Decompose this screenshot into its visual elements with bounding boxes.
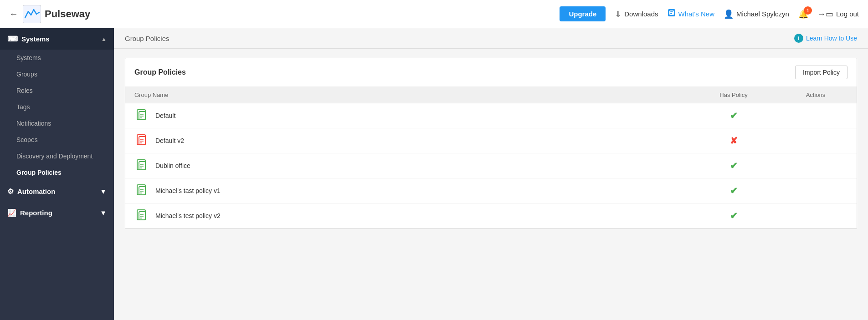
whats-new-link[interactable]: What's New — [668, 9, 715, 19]
notification-wrapper[interactable]: 🔔 1 — [798, 9, 808, 19]
monitor-icon: ⌨ — [7, 35, 18, 43]
check-icon: ✔ — [730, 161, 738, 171]
reporting-chevron: ▼ — [100, 209, 107, 217]
systems-section-header[interactable]: ⌨ Systems ▲ — [0, 28, 114, 50]
svg-rect-3 — [670, 11, 673, 12]
download-icon: ⇓ — [615, 9, 621, 19]
actions-header: Actions — [775, 87, 857, 103]
back-icon: ← — [9, 9, 18, 19]
policy-tbody: Default ✔ Default v2 ✘ — [125, 103, 857, 229]
policy-table: Group Name Has Policy Actions — [125, 87, 857, 229]
logout-icon: →▭ — [817, 9, 833, 19]
learn-label: Learn How to Use — [806, 35, 857, 42]
check-icon: ✔ — [730, 186, 738, 196]
downloads-link[interactable]: ⇓ Downloads — [615, 9, 658, 19]
upgrade-button[interactable]: Upgrade — [560, 6, 606, 21]
systems-chevron: ▲ — [101, 36, 107, 42]
group-icon — [134, 183, 150, 198]
table-wrapper: Group Name Has Policy Actions — [125, 87, 857, 229]
has-policy-cell-3: ✔ — [693, 178, 775, 203]
svg-rect-6 — [139, 112, 145, 120]
sidebar-item-notifications[interactable]: Notifications — [0, 115, 114, 132]
table-head: Group Name Has Policy Actions — [125, 87, 857, 103]
group-name-text: Michael's tast policy v1 — [155, 187, 221, 194]
import-policy-button[interactable]: Import Policy — [795, 66, 847, 79]
table-row[interactable]: Default ✔ — [125, 103, 857, 128]
back-button[interactable]: ← — [9, 9, 18, 19]
actions-cell-3 — [775, 178, 857, 203]
group-icon — [134, 133, 150, 148]
downloads-label: Downloads — [624, 10, 658, 18]
automation-section-header[interactable]: ⚙ Automation ▼ — [0, 181, 114, 202]
actions-cell-4 — [775, 203, 857, 229]
whats-new-label: What's New — [678, 10, 715, 18]
logo: Pulseway — [23, 5, 90, 23]
group-name-text: Michael's test policy v2 — [155, 212, 221, 219]
reporting-icon: 📈 — [7, 208, 16, 217]
learn-how-link[interactable]: i Learn How to Use — [794, 34, 857, 43]
group-name-cell-4: Michael's test policy v2 — [125, 203, 693, 229]
group-icon — [134, 158, 150, 173]
sidebar-item-groups[interactable]: Groups — [0, 66, 114, 82]
logout-label: Log out — [836, 10, 859, 18]
automation-section: ⚙ Automation ▼ — [0, 181, 114, 202]
group-policies-card: Group Policies Import Policy Group Name … — [125, 58, 857, 229]
sidebar: ⌨ Systems ▲ Systems Groups Roles Tags — [0, 28, 114, 320]
actions-cell-2 — [775, 153, 857, 178]
reporting-section: 📈 Reporting ▼ — [0, 202, 114, 223]
top-nav-left: ← Pulseway — [9, 5, 552, 23]
systems-nav-items: Systems Groups Roles Tags Notifications … — [0, 50, 114, 181]
has-policy-cell-1: ✘ — [693, 128, 775, 153]
table-row[interactable]: Michael's tast policy v1 ✔ — [125, 178, 857, 203]
svg-rect-16 — [139, 162, 145, 170]
reporting-label: Reporting — [20, 209, 52, 217]
logout-link[interactable]: →▭ Log out — [817, 9, 859, 19]
group-icon — [134, 108, 150, 123]
check-icon: ✔ — [730, 111, 738, 121]
svg-rect-26 — [139, 212, 145, 220]
sidebar-item-group-policies[interactable]: Group Policies — [0, 164, 114, 181]
svg-rect-21 — [139, 187, 145, 195]
sidebar-item-discovery[interactable]: Discovery and Deployment — [0, 148, 114, 164]
breadcrumb: Group Policies — [125, 35, 169, 42]
notification-badge: 1 — [804, 6, 812, 15]
logo-icon — [23, 5, 41, 23]
table-row[interactable]: Michael's test policy v2 ✔ — [125, 203, 857, 229]
group-name-header: Group Name — [125, 87, 693, 103]
logo-text: Pulseway — [45, 8, 90, 20]
group-name-text: Default — [155, 112, 175, 119]
sidebar-item-scopes[interactable]: Scopes — [0, 132, 114, 148]
table-row[interactable]: Default v2 ✘ — [125, 128, 857, 153]
table-row[interactable]: Dublin office ✔ — [125, 153, 857, 178]
content-header: Group Policies i Learn How to Use — [114, 28, 868, 49]
cross-icon: ✘ — [730, 136, 738, 146]
group-name-text: Dublin office — [155, 162, 190, 169]
automation-label: Automation — [17, 188, 55, 195]
group-name-text: Default v2 — [155, 137, 184, 144]
main-layout: ⌨ Systems ▲ Systems Groups Roles Tags — [0, 28, 868, 320]
card-header: Group Policies Import Policy — [125, 58, 857, 87]
actions-cell-1 — [775, 128, 857, 153]
sidebar-item-systems[interactable]: Systems — [0, 50, 114, 66]
card-title: Group Policies — [134, 68, 186, 76]
user-name-label: Michael Spylczyn — [736, 10, 789, 18]
check-icon: ✔ — [730, 211, 738, 221]
has-policy-header: Has Policy — [693, 87, 775, 103]
has-policy-cell-4: ✔ — [693, 203, 775, 229]
reporting-section-header[interactable]: 📈 Reporting ▼ — [0, 202, 114, 223]
sidebar-item-tags[interactable]: Tags — [0, 99, 114, 115]
group-icon — [134, 208, 150, 223]
content-body: Group Policies Import Policy Group Name … — [114, 49, 868, 320]
whats-new-icon — [668, 9, 676, 19]
has-policy-cell-0: ✔ — [693, 103, 775, 128]
sidebar-item-roles[interactable]: Roles — [0, 82, 114, 99]
svg-rect-2 — [669, 10, 674, 15]
top-nav: ← Pulseway Upgrade ⇓ Downloads What's Ne… — [0, 0, 868, 28]
user-profile-link[interactable]: 👤 Michael Spylczyn — [724, 9, 789, 19]
main-content: Group Policies i Learn How to Use Group … — [114, 28, 868, 320]
info-icon: i — [794, 34, 803, 43]
svg-rect-11 — [139, 137, 145, 145]
actions-cell-0 — [775, 103, 857, 128]
group-name-cell-1: Default v2 — [125, 128, 693, 153]
group-name-cell-2: Dublin office — [125, 153, 693, 178]
